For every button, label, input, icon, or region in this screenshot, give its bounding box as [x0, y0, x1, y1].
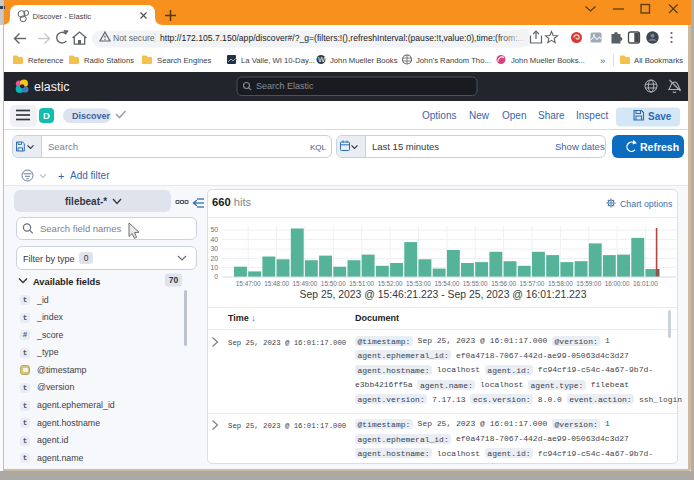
- svg-text:15:51:00: 15:51:00: [349, 280, 374, 287]
- svg-text:15:49:00: 15:49:00: [293, 280, 318, 287]
- svg-text:40: 40: [210, 236, 218, 243]
- svg-text:15:52:00: 15:52:00: [378, 280, 403, 287]
- svg-text:20: 20: [210, 255, 218, 262]
- svg-text:15:48:00: 15:48:00: [264, 280, 289, 287]
- svg-text:15:47:00: 15:47:00: [236, 280, 261, 287]
- svg-text:15:59:00: 15:59:00: [576, 280, 601, 287]
- svg-text:15:58:00: 15:58:00: [548, 280, 573, 287]
- svg-text:15:55:00: 15:55:00: [463, 280, 488, 287]
- svg-text:0: 0: [214, 273, 218, 280]
- svg-text:30: 30: [210, 245, 218, 252]
- svg-text:16:01:00: 16:01:00: [633, 280, 658, 287]
- svg-text:15:57:00: 15:57:00: [520, 280, 545, 287]
- svg-text:15:50:00: 15:50:00: [321, 280, 346, 287]
- svg-text:15:56:00: 15:56:00: [491, 280, 516, 287]
- svg-text:15:53:00: 15:53:00: [406, 280, 431, 287]
- svg-text:Sep 25, 2023 @ 15:46:21.223 -: Sep 25, 2023 @ 15:46:21.223 - Sep 25, 20…: [300, 289, 587, 300]
- svg-text:16:00:00: 16:00:00: [605, 280, 630, 287]
- svg-text:15:54:00: 15:54:00: [434, 280, 459, 287]
- svg-text:50: 50: [210, 226, 218, 233]
- svg-text:10: 10: [210, 264, 218, 271]
